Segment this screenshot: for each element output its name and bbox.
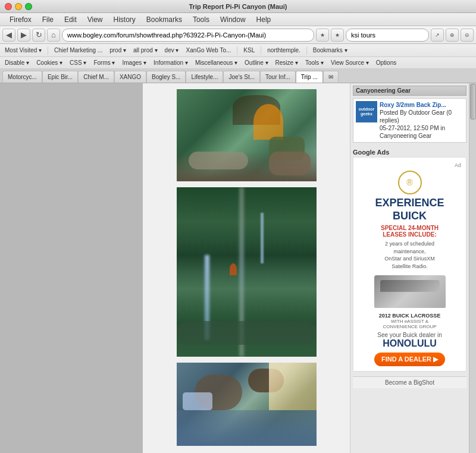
main-content: [143, 83, 350, 453]
menu-view[interactable]: View: [83, 14, 108, 25]
ad-title-line2: BUICK: [358, 210, 461, 223]
menu-window[interactable]: Window: [215, 14, 250, 25]
gear-post-category: Canyoneering Gear: [380, 132, 464, 140]
bm-chief-marketing[interactable]: Chief Marketing ...: [52, 46, 105, 54]
ext-css[interactable]: CSS ▾: [67, 59, 89, 67]
bm-sep4: [306, 46, 307, 55]
window-controls: [5, 3, 32, 10]
photo-1: [177, 89, 317, 181]
close-button[interactable]: [5, 3, 12, 10]
tab-lifestyle[interactable]: Lifestyle...: [186, 71, 223, 83]
bm-bookmarks[interactable]: Bookmarks ▾: [311, 46, 350, 54]
bookmarks-bar: Most Visited ▾ Chief Marketing ... prod …: [0, 44, 476, 57]
bm-sep2: [237, 46, 237, 55]
forward-button[interactable]: ▶: [17, 29, 30, 42]
bm-dev[interactable]: dev ▾: [162, 46, 181, 54]
tab-xango[interactable]: XANGO: [114, 71, 146, 83]
navbar: ◀ ▶ ↻ ⌂ ★ ★ ↗ ⊕ ⊖: [0, 26, 476, 44]
gear-post-text: Roxy 3/2mm Back Zip... Posted By Outdoor…: [380, 101, 464, 140]
scrollbar[interactable]: [469, 83, 476, 453]
gear-post-icon: outdoorgeeks: [356, 101, 377, 122]
ad-find-dealer-button[interactable]: FIND A DEALER ▶: [374, 353, 445, 366]
titlebar: Trip Report Pi-Pi Canyon (Maui): [0, 0, 476, 13]
bm-northtemple[interactable]: northtemple.: [265, 46, 303, 54]
nav-extra2[interactable]: ⊕: [446, 29, 459, 42]
menubar: Firefox File Edit View History Bookmarks…: [0, 13, 476, 26]
window-title: Trip Report Pi-Pi Canyon (Maui): [189, 3, 287, 10]
ext-disable[interactable]: Disable ▾: [2, 59, 32, 67]
go-button[interactable]: ★: [316, 29, 329, 42]
menu-help[interactable]: Help: [252, 14, 276, 25]
ext-view-source[interactable]: View Source ▾: [328, 59, 371, 67]
search-bar[interactable]: [346, 29, 429, 42]
ext-images[interactable]: Images ▾: [120, 59, 149, 67]
photo-2: [177, 187, 317, 357]
minimize-button[interactable]: [15, 3, 22, 10]
gear-section: Canyoneering Gear outdoorgeeks Roxy 3/2m…: [353, 86, 466, 143]
bm-ksl[interactable]: KSL: [241, 46, 257, 54]
ext-resize[interactable]: Resize ▾: [273, 59, 300, 67]
ad-buick[interactable]: Ad ® EXPERIENCE BUICK SPECIAL 24-MONTHLE…: [353, 157, 466, 372]
tab-bogley[interactable]: Bogley S...: [146, 71, 186, 83]
tab-tour-inf[interactable]: Tour Inf...: [260, 71, 296, 83]
right-sidebar: Canyoneering Gear outdoorgeeks Roxy 3/2m…: [350, 83, 469, 453]
menu-tools[interactable]: Tools: [188, 14, 214, 25]
menu-file[interactable]: File: [37, 14, 58, 25]
gear-post-date: 05-27-2012, 12:50 PM in: [380, 124, 464, 132]
nav-extra3[interactable]: ⊖: [461, 29, 474, 42]
gear-post-title[interactable]: Roxy 3/2mm Back Zip...: [380, 101, 464, 109]
home-button[interactable]: ⌂: [47, 29, 60, 42]
tab-joes-st[interactable]: Joe's St...: [223, 71, 260, 83]
maximize-button[interactable]: [25, 3, 32, 10]
nav-extra1[interactable]: ↗: [431, 29, 444, 42]
bm-all-prod[interactable]: all prod ▾: [131, 46, 160, 54]
ad-subtitle: SPECIAL 24-MONTHLEASES INCLUDE:: [358, 225, 461, 238]
scroll-thumb[interactable]: [470, 84, 476, 119]
tab-mail[interactable]: ✉: [323, 71, 339, 83]
menu-edit[interactable]: Edit: [60, 14, 82, 25]
ads-section: Google Ads Ad ® EXPERIENCE BUICK SPECIAL…: [353, 147, 466, 372]
ad-features: 2 years of scheduledmaintenance,OnStar a…: [358, 240, 461, 270]
reload-button[interactable]: ↻: [32, 29, 45, 42]
tab-trip[interactable]: Trip ...: [296, 71, 323, 83]
tab-motorcycle[interactable]: Motorcyc...: [2, 71, 42, 83]
bm-xango[interactable]: XanGo Web To...: [184, 46, 234, 54]
back-button[interactable]: ◀: [2, 29, 15, 42]
buick-logo: ®: [398, 171, 422, 194]
gear-post-meta: Posted By Outdoor Gear (0 replies): [380, 109, 464, 124]
ext-outline[interactable]: Outline ▾: [242, 59, 270, 67]
ext-misc[interactable]: Miscellaneous ▾: [193, 59, 240, 67]
left-sidebar: [0, 83, 143, 453]
become-bigshot-text: Become a BigShot: [353, 376, 466, 388]
ext-tools[interactable]: Tools ▾: [303, 59, 326, 67]
menu-bookmarks[interactable]: Bookmarks: [142, 14, 187, 25]
ext-options[interactable]: Options: [374, 59, 399, 67]
bookmark-button[interactable]: ★: [331, 29, 344, 42]
ad-car-sub: WITH eASSIST &CONVENIENCE GROUP: [358, 319, 461, 329]
content-area: Canyoneering Gear outdoorgeeks Roxy 3/2m…: [0, 83, 476, 453]
menu-firefox[interactable]: Firefox: [5, 14, 36, 25]
ext-forms[interactable]: Forms ▾: [91, 59, 117, 67]
ad-title-line1: EXPERIENCE: [358, 197, 461, 210]
bm-most-visited[interactable]: Most Visited ▾: [2, 46, 44, 54]
extensions-bar: Disable ▾ Cookies ▾ CSS ▾ Forms ▾ Images…: [0, 57, 476, 69]
tabs-bar: Motorcyc... Epic Bir... Chief M... XANGO…: [0, 69, 476, 83]
ext-cookies[interactable]: Cookies ▾: [34, 59, 65, 67]
ad-location: HONOLULU: [358, 338, 461, 349]
ad-car-name: 2012 BUICK LACROSSE: [358, 313, 461, 319]
ad-dealer-text: See your Buick dealer in: [358, 332, 461, 338]
bm-sep1: [48, 46, 48, 55]
gear-post[interactable]: outdoorgeeks Roxy 3/2mm Back Zip... Post…: [353, 98, 466, 143]
ad-car-image: [374, 275, 446, 308]
tab-chief-m[interactable]: Chief M...: [78, 71, 114, 83]
menu-history[interactable]: History: [109, 14, 140, 25]
url-bar[interactable]: [62, 29, 314, 42]
gear-section-title: Canyoneering Gear: [353, 86, 466, 96]
google-ads-label: Google Ads: [353, 147, 466, 157]
ext-information[interactable]: Information ▾: [151, 59, 190, 67]
tab-epic-bird[interactable]: Epic Bir...: [42, 71, 78, 83]
bm-prod[interactable]: prod ▾: [107, 46, 129, 54]
bm-sep3: [261, 46, 261, 55]
ad-tag: Ad: [358, 162, 461, 168]
buick-logo-icon: ®: [406, 178, 412, 187]
